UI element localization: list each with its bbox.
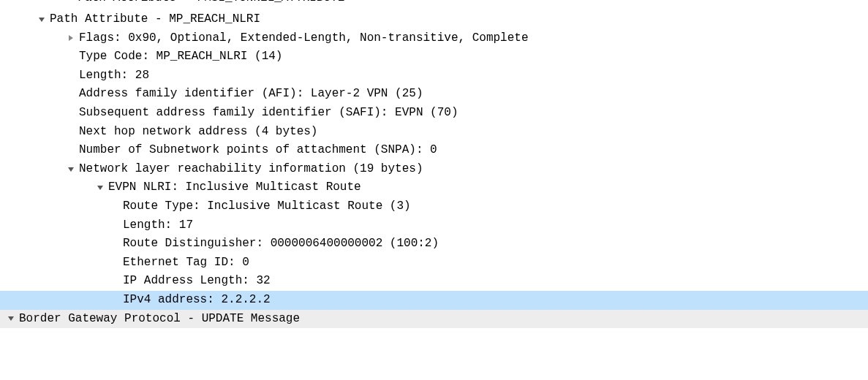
row-label: Route Type: Inclusive Multicast Route (3…	[123, 197, 411, 216]
tree-row-snpa[interactable]: Number of Subnetwork points of attachmen…	[0, 141, 868, 160]
tree-row-afi[interactable]: Address family identifier (AFI): Layer-2…	[0, 85, 868, 104]
chevron-down-icon	[38, 16, 45, 23]
tree-row-nlri[interactable]: Network layer reachability information (…	[0, 160, 868, 179]
tree-row-length[interactable]: Length: 28	[0, 66, 868, 86]
tree-row-mp-reach-nlri[interactable]: Path Attribute - MP_REACH_NLRI	[0, 10, 868, 29]
tree-row-len17[interactable]: Length: 17	[0, 216, 868, 235]
chevron-right-icon	[67, 34, 75, 42]
row-label: Length: 28	[79, 66, 149, 86]
tree-row-routetype[interactable]: Route Type: Inclusive Multicast Route (3…	[0, 197, 868, 216]
row-label: Type Code: MP_REACH_NLRI (14)	[79, 48, 282, 66]
chevron-down-icon	[67, 166, 75, 173]
row-label: Length: 17	[123, 216, 193, 235]
tree-row-ipalen[interactable]: IP Address Length: 32	[0, 272, 868, 291]
tree-row-typecode[interactable]: Type Code: MP_REACH_NLRI (14)	[0, 48, 868, 66]
row-label: EVPN NLRI: Inclusive Multicast Route	[108, 178, 361, 197]
tree-row-nexthop[interactable]: Next hop network address (4 bytes)	[0, 123, 868, 142]
tree-row-evpn[interactable]: EVPN NLRI: Inclusive Multicast Route	[0, 178, 868, 197]
row-label: Subsequent address family identifier (SA…	[79, 104, 458, 123]
row-label: Path Attribute - MP_REACH_NLRI	[50, 10, 260, 29]
tree-row-bgp-update[interactable]: Border Gateway Protocol - UPDATE Message	[0, 310, 868, 329]
tree-row-ipv4-selected[interactable]: IPv4 address: 2.2.2.2	[0, 291, 868, 310]
row-label: Flags: 0x90, Optional, Extended-Length, …	[79, 29, 529, 48]
row-label: Number of Subnetwork points of attachmen…	[79, 141, 437, 160]
tree-row-ethtag[interactable]: Ethernet Tag ID: 0	[0, 254, 868, 273]
tree-row-flags[interactable]: Flags: 0x90, Optional, Extended-Length, …	[0, 29, 868, 48]
row-label: Path Attribute - PMSI_TUNNEL_ATTRIBUTE	[78, 0, 344, 4]
row-label: IPv4 address: 2.2.2.2	[117, 291, 271, 310]
row-label: Route Distinguisher: 0000006400000002 (1…	[123, 235, 439, 254]
row-label: Ethernet Tag ID: 0	[123, 254, 249, 273]
chevron-down-icon	[7, 315, 15, 322]
chevron-right-icon	[66, 0, 73, 1]
row-label: Next hop network address (4 bytes)	[79, 123, 317, 142]
tree-row-safi[interactable]: Subsequent address family identifier (SA…	[0, 104, 868, 123]
row-label: Address family identifier (AFI): Layer-2…	[79, 85, 423, 104]
row-label: IP Address Length: 32	[123, 272, 271, 291]
row-label: Network layer reachability information (…	[79, 160, 423, 179]
tree-row-pmsi-tunnel[interactable]: Path Attribute - PMSI_TUNNEL_ATTRIBUTE	[0, 0, 868, 10]
row-label: Border Gateway Protocol - UPDATE Message	[19, 310, 300, 329]
tree-row-rd[interactable]: Route Distinguisher: 0000006400000002 (1…	[0, 235, 868, 254]
chevron-down-icon	[97, 184, 104, 191]
